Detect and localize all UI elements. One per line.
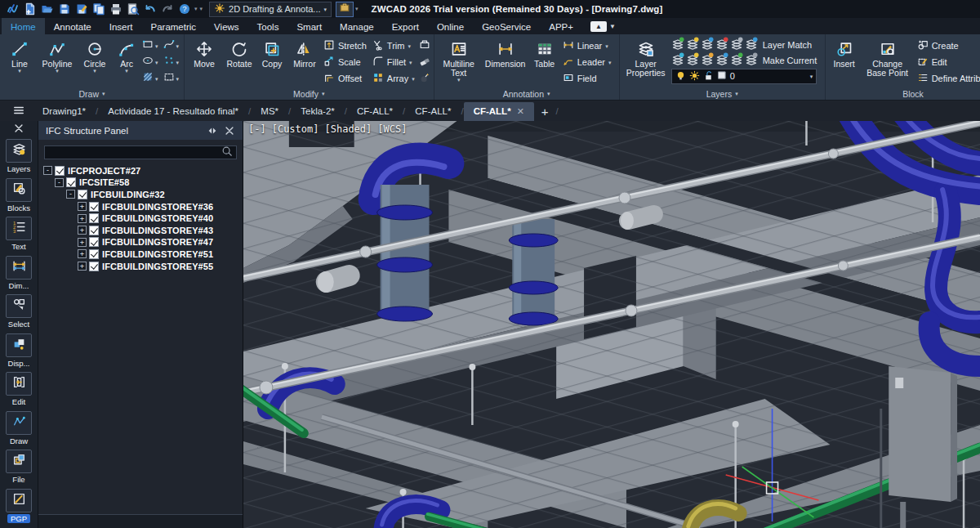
tree-expander-icon[interactable]: + — [78, 214, 87, 223]
tree-checkbox[interactable] — [89, 237, 99, 247]
ifc-tree-node[interactable]: +IFCBUILDINGSTOREY#47 — [43, 236, 241, 248]
viewport-control-ucs[interactable]: [WCS] — [377, 123, 407, 135]
panel-close-icon[interactable] — [224, 125, 235, 136]
viewport-control-visual-style[interactable]: [Shaded] — [324, 123, 372, 135]
document-tab-ms-[interactable]: MS* — [251, 102, 288, 120]
layer-tool-icon[interactable] — [686, 37, 700, 53]
layer-tool-icon[interactable] — [671, 52, 685, 69]
layer-tool-icon[interactable] — [745, 52, 759, 69]
help-button[interactable]: ? — [176, 2, 193, 17]
layer-properties-button[interactable]: Layer Properties — [623, 37, 669, 87]
ribbon-tab-annotate[interactable]: Annotate — [45, 18, 100, 34]
layer-tool-icon[interactable] — [745, 37, 759, 53]
ifc-tree-node[interactable]: +IFCBUILDINGSTOREY#36 — [43, 200, 241, 213]
draw-panel-footer[interactable]: Draw▾ — [0, 87, 184, 100]
layer-tool-icon[interactable] — [730, 37, 744, 53]
tree-checkbox[interactable] — [78, 190, 87, 199]
sidebar-item-select[interactable]: Select — [0, 294, 38, 333]
document-tab-actividade-17-resultado-final-[interactable]: Actividade 17 - Resultado final* — [98, 102, 248, 120]
new-file-button[interactable] — [21, 2, 38, 17]
tree-checkbox[interactable] — [89, 202, 99, 212]
ifc-tree-node[interactable]: +IFCBUILDINGSTOREY#55 — [43, 260, 241, 272]
sidebar-item-draw[interactable]: Draw — [0, 411, 38, 450]
viewport-control-menu[interactable]: [-] — [248, 123, 266, 135]
join-button[interactable] — [419, 38, 430, 54]
search-icon[interactable] — [221, 145, 233, 160]
sidebar-item-text[interactable]: 123Text — [0, 217, 38, 256]
linear-button[interactable]: Linear▾ — [563, 38, 612, 54]
stretch-button[interactable]: Stretch — [323, 38, 367, 54]
tree-checkbox[interactable] — [89, 249, 99, 259]
tab-close-icon[interactable]: ✕ — [517, 106, 524, 117]
layer-tool-icon[interactable] — [715, 37, 729, 53]
layer-tool-icon[interactable] — [701, 37, 715, 53]
sidebar-item-file[interactable]: File — [0, 450, 38, 489]
revision-cloud-button[interactable]: ▾ — [163, 70, 180, 87]
fillet-button[interactable]: Fillet▾ — [372, 54, 415, 70]
tree-expander-icon[interactable]: + — [78, 226, 87, 235]
copy-button[interactable] — [90, 2, 107, 17]
layer-tool-icon[interactable] — [715, 52, 729, 69]
tree-expander-icon[interactable]: - — [55, 178, 64, 187]
ifc-tree-node[interactable]: +IFCBUILDINGSTOREY#40 — [43, 213, 241, 225]
rectangle-button[interactable]: ▾ — [142, 38, 158, 54]
leader-button[interactable]: Leader▾ — [563, 54, 612, 70]
array-button[interactable]: Array▾ — [372, 70, 415, 87]
tree-checkbox[interactable] — [89, 262, 99, 271]
sidebar-close-button[interactable] — [0, 121, 38, 139]
ribbon-tab-geoservice[interactable]: GeoService — [473, 18, 540, 34]
hatch-button[interactable]: ▾ — [142, 70, 158, 87]
create-block-button[interactable]: Create — [917, 38, 980, 54]
ribbon-tab-app-[interactable]: APP+ — [540, 18, 582, 34]
new-tab-button[interactable]: + — [534, 105, 556, 119]
save-button[interactable] — [56, 2, 73, 17]
document-menu-button[interactable] — [5, 105, 33, 118]
sidebar-item-edit[interactable]: Edit — [0, 372, 38, 411]
preview-button[interactable] — [124, 2, 141, 17]
ribbon-tab-tools[interactable]: Tools — [248, 18, 288, 34]
ribbon-tab-manage[interactable]: Manage — [331, 18, 383, 34]
scale-button[interactable]: Scale — [323, 54, 367, 70]
polyline-button[interactable]: Polyline▾ — [38, 37, 76, 87]
multiline-text-button[interactable]: Multiline Text▾ — [438, 37, 480, 87]
tree-checkbox[interactable] — [55, 166, 65, 176]
tree-expander-icon[interactable]: - — [43, 166, 52, 175]
dimension-button[interactable]: Dimension — [483, 37, 528, 87]
circle-button[interactable]: Circle▾ — [78, 37, 111, 87]
erase-button[interactable] — [419, 54, 430, 70]
explode-button[interactable] — [419, 70, 430, 87]
modify-panel-footer[interactable]: Modify▾ — [185, 87, 434, 100]
document-tab-tekla-2-[interactable]: Tekla-2* — [291, 102, 345, 120]
undo-button[interactable] — [141, 2, 158, 17]
layer-tool-icon[interactable] — [701, 52, 715, 69]
tree-expander-icon[interactable]: + — [78, 249, 87, 258]
tree-expander-icon[interactable]: + — [78, 238, 87, 247]
panel-dock-icon[interactable] — [207, 125, 218, 136]
workspace-switcher[interactable]: 2D Drafting & Annota... ▾ — [209, 2, 332, 17]
sidebar-item-pgp[interactable]: PGP — [0, 489, 38, 528]
field-button[interactable]: Field — [563, 70, 612, 87]
ribbon-tab-views[interactable]: Views — [205, 18, 247, 34]
ifc-search-input[interactable] — [44, 145, 237, 159]
point-button[interactable]: ▾ — [163, 54, 180, 70]
define-attributes-button[interactable]: Define Attributes — [917, 70, 980, 87]
make-current-button[interactable]: Make Current — [760, 56, 817, 65]
mirror-button[interactable]: Mirror — [288, 37, 321, 87]
sidebar-item-layers[interactable]: Layers — [0, 139, 38, 178]
ribbon-tab-export[interactable]: Export — [383, 18, 428, 34]
toolbox-caret-icon[interactable]: ▾ — [355, 6, 359, 12]
ifc-tree-node[interactable]: -IFCSITE#58 — [43, 177, 241, 189]
copy-button[interactable]: Copy — [258, 37, 286, 87]
layer-tool-icon[interactable] — [671, 37, 685, 53]
toolbox-button[interactable] — [336, 2, 354, 17]
layer-tool-icon[interactable] — [730, 52, 744, 69]
tree-expander-icon[interactable]: + — [78, 262, 87, 271]
ifc-tree-node[interactable]: -IFCBUILDING#32 — [43, 189, 241, 201]
layer-match-button[interactable]: Layer Match — [760, 40, 817, 50]
change-base-point-button[interactable]: Change Base Point — [862, 37, 913, 87]
ifc-tree-node[interactable]: -IFCPROJECT#27 — [43, 165, 241, 177]
ribbon-tab-home[interactable]: Home — [2, 18, 45, 34]
tree-expander-icon[interactable]: - — [66, 190, 75, 199]
ellipse-button[interactable]: ▾ — [142, 54, 158, 70]
sidebar-item-blocks[interactable]: Blocks — [0, 178, 38, 217]
